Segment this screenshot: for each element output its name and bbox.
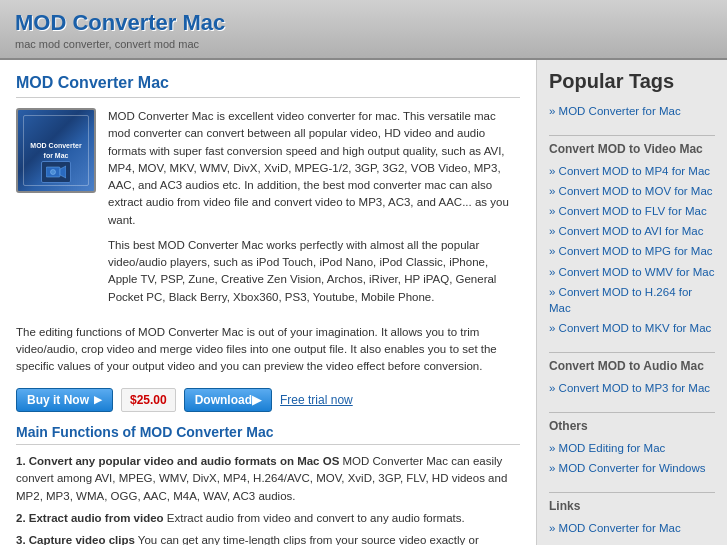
sidebar-link[interactable]: Convert MOD to MKV for Mac (549, 318, 715, 338)
functions-list: 1. Convert any popular video and audio f… (16, 453, 520, 546)
sidebar: Popular Tags MOD Converter for Mac Conve… (537, 60, 727, 545)
intro-block: MOD Converterfor Mac MOD Converter Mac i… (16, 108, 520, 314)
others-section: Others MOD Editing for MacMOD Converter … (549, 419, 715, 478)
page-layout: MOD Converter Mac MOD Converterfor Mac M… (0, 60, 727, 545)
intro-p1: MOD Converter Mac is excellent video con… (108, 108, 520, 229)
sidebar-link[interactable]: Convert MOD to WMV for Mac (549, 262, 715, 282)
convert-audio-title: Convert MOD to Audio Mac (549, 359, 715, 373)
divider-2 (549, 352, 715, 353)
popular-tags-title: Popular Tags (549, 70, 715, 93)
action-buttons: Buy it Now ▶ $25.00 Download ▶ Free tria… (16, 388, 520, 412)
sidebar-link[interactable]: Convert MOD to MPG for Mac (549, 241, 715, 261)
sidebar-link[interactable]: MOD Converter for Windows (549, 458, 715, 478)
functions-title: Main Functions of MOD Converter Mac (16, 424, 520, 445)
sidebar-link[interactable]: Convert MOD to MP4 for Mac (549, 161, 715, 181)
convert-video-title: Convert MOD to Video Mac (549, 142, 715, 156)
site-header: MOD Converter Mac mac mod converter, con… (0, 0, 727, 60)
function-item: 2. Extract audio from video Extract audi… (16, 510, 520, 528)
buy-arrow: ▶ (94, 394, 102, 405)
sidebar-link[interactable]: Convert MOD to FLV for Mac (549, 201, 715, 221)
convert-audio-links: Convert MOD to MP3 for Mac (549, 378, 715, 398)
function-item: 3. Capture video clips You can get any t… (16, 532, 520, 545)
main-content: MOD Converter Mac MOD Converterfor Mac M… (0, 60, 537, 545)
svg-marker-1 (60, 166, 66, 178)
others-title: Others (549, 419, 715, 433)
divider-3 (549, 412, 715, 413)
popular-tags-links: MOD Converter for Mac (549, 101, 715, 121)
sidebar-link[interactable]: Convert MOD to MP3 for Mac (549, 378, 715, 398)
main-title: MOD Converter Mac (16, 74, 520, 98)
product-image-icon (41, 161, 71, 183)
download-button[interactable]: Download ▶ (184, 388, 272, 412)
links-title: Links (549, 499, 715, 513)
site-subtitle: mac mod converter, convert mod mac (15, 38, 712, 50)
links-section: Links MOD Converter for Mac (549, 499, 715, 538)
price-tag: $25.00 (121, 388, 176, 412)
editing-text: The editing functions of MOD Converter M… (16, 324, 520, 376)
function-item: 1. Convert any popular video and audio f… (16, 453, 520, 506)
popular-tags-section: Popular Tags MOD Converter for Mac (549, 70, 715, 121)
product-image: MOD Converterfor Mac (16, 108, 96, 193)
sidebar-link[interactable]: Convert MOD to AVI for Mac (549, 221, 715, 241)
divider-4 (549, 492, 715, 493)
site-title: MOD Converter Mac (15, 10, 712, 36)
convert-audio-section: Convert MOD to Audio Mac Convert MOD to … (549, 359, 715, 398)
links-links: MOD Converter for Mac (549, 518, 715, 538)
convert-video-section: Convert MOD to Video Mac Convert MOD to … (549, 142, 715, 338)
sidebar-link[interactable]: Convert MOD to H.264 for Mac (549, 282, 715, 318)
convert-video-links: Convert MOD to MP4 for MacConvert MOD to… (549, 161, 715, 338)
others-links: MOD Editing for MacMOD Converter for Win… (549, 438, 715, 478)
divider-1 (549, 135, 715, 136)
sidebar-link[interactable]: MOD Editing for Mac (549, 438, 715, 458)
product-image-label: MOD Converterfor Mac (30, 141, 81, 159)
camera-icon (46, 165, 66, 179)
svg-point-2 (51, 170, 56, 175)
sidebar-link[interactable]: MOD Converter for Mac (549, 518, 715, 538)
download-arrow: ▶ (252, 393, 261, 407)
buy-button[interactable]: Buy it Now ▶ (16, 388, 113, 412)
free-trial-link[interactable]: Free trial now (280, 393, 353, 407)
intro-text: MOD Converter Mac is excellent video con… (108, 108, 520, 314)
intro-p2: This best MOD Converter Mac works perfec… (108, 237, 520, 306)
sidebar-link[interactable]: MOD Converter for Mac (549, 101, 715, 121)
sidebar-link[interactable]: Convert MOD to MOV for Mac (549, 181, 715, 201)
